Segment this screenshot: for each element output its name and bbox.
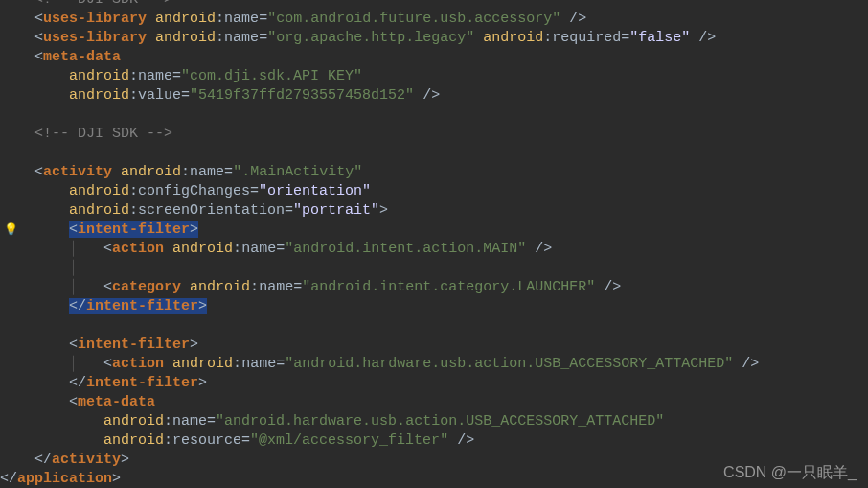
code-line: android:value="5419f37ffd2793557458d152"…: [0, 86, 759, 105]
code-line: │ <action android:name="android.intent.a…: [0, 240, 759, 259]
code-line: │ <category android:name="android.intent…: [0, 278, 759, 297]
code-line: <meta-data: [0, 48, 759, 67]
code-editor-content[interactable]: <!-- DJI SDK --> <uses-library android:n…: [0, 0, 759, 488]
code-line: android:name="com.dji.sdk.API_KEY": [0, 67, 759, 86]
code-line: <activity android:name=".MainActivity": [0, 163, 759, 182]
code-line: </intent-filter>: [0, 374, 759, 393]
code-line: <uses-library android:name="org.apache.h…: [0, 29, 759, 48]
code-line: android:resource="@xml/accessory_filter"…: [0, 431, 759, 451]
code-line: [0, 105, 759, 125]
code-line: <intent-filter>: [0, 336, 759, 355]
code-line: [0, 316, 759, 336]
code-line: <!-- DJI SDK -->: [0, 125, 759, 144]
code-line: [0, 144, 759, 163]
code-line: </activity>: [0, 451, 759, 470]
csdn-watermark: CSDN @一只眠羊_: [723, 463, 857, 482]
code-line: <uses-library android:name="com.android.…: [0, 10, 759, 29]
code-line: android:screenOrientation="portrait">: [0, 201, 759, 221]
code-line: │: [0, 259, 759, 278]
code-line: android:configChanges="orientation": [0, 182, 759, 201]
code-line: <!-- DJI SDK -->: [0, 0, 759, 10]
code-line: <intent-filter>: [0, 221, 759, 240]
code-line: │ <action android:name="android.hardware…: [0, 355, 759, 374]
code-line: android:name="android.hardware.usb.actio…: [0, 412, 759, 431]
code-line: </intent-filter>: [0, 297, 759, 316]
code-line: </application>: [0, 470, 759, 488]
code-line: <meta-data: [0, 393, 759, 412]
